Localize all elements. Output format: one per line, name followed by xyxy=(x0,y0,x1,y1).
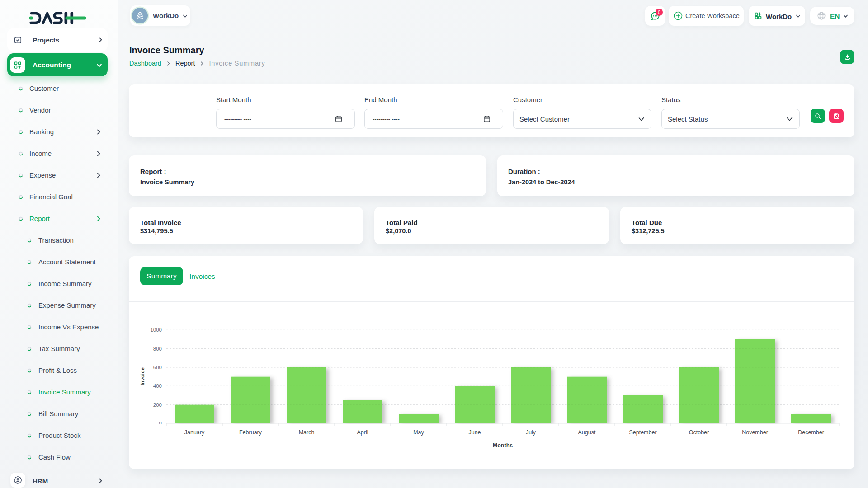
svg-text:800: 800 xyxy=(153,346,162,352)
svg-text:November: November xyxy=(742,429,768,436)
svg-text:July: July xyxy=(526,429,536,436)
svg-text:December: December xyxy=(798,429,824,436)
svg-text:January: January xyxy=(184,429,205,436)
svg-text:March: March xyxy=(299,429,315,436)
svg-text:200: 200 xyxy=(153,402,162,408)
svg-text:Months: Months xyxy=(493,442,513,449)
svg-text:600: 600 xyxy=(153,365,162,370)
svg-text:400: 400 xyxy=(153,383,162,389)
svg-text:Invoice: Invoice xyxy=(140,367,145,385)
svg-text:September: September xyxy=(629,429,656,436)
svg-text:August: August xyxy=(578,429,596,436)
svg-text:April: April xyxy=(357,429,368,436)
svg-text:1000: 1000 xyxy=(150,327,162,333)
svg-text:May: May xyxy=(413,429,424,436)
svg-text:February: February xyxy=(239,429,262,436)
svg-text:October: October xyxy=(689,429,709,436)
svg-text:June: June xyxy=(468,429,481,436)
